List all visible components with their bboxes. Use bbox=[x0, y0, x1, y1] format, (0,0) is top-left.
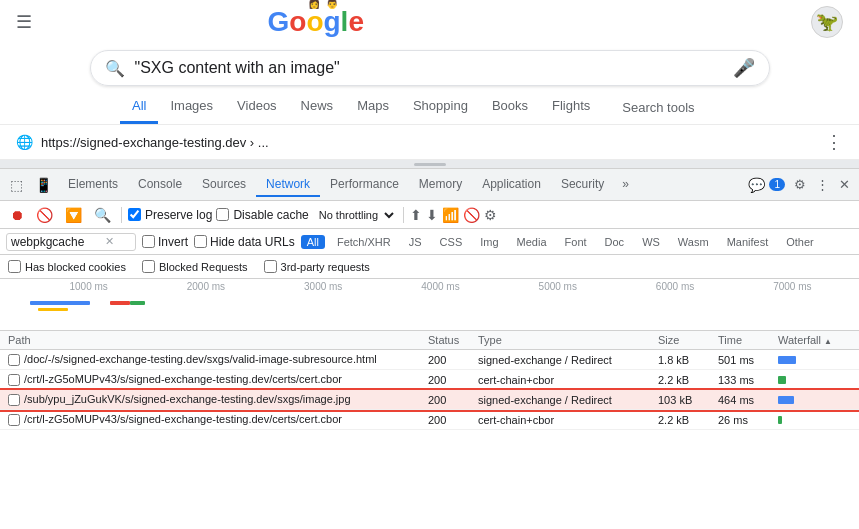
third-party-requests-checkbox[interactable] bbox=[264, 260, 277, 273]
col-header-size[interactable]: Size bbox=[650, 331, 710, 350]
search-result-row: 🌐 https://signed-exchange-testing.dev › … bbox=[0, 125, 859, 160]
devtools-tab-inspect[interactable]: ⬚ bbox=[4, 173, 29, 197]
toolbar-sep2 bbox=[403, 207, 404, 223]
export-icon[interactable]: ⬇ bbox=[426, 207, 438, 223]
tab-maps[interactable]: Maps bbox=[345, 90, 401, 124]
console-badge-wrap: 💬 1 bbox=[748, 177, 785, 193]
timeline-area: 1000 ms 2000 ms 3000 ms 4000 ms 5000 ms … bbox=[0, 279, 859, 331]
block-icon[interactable]: 🚫 bbox=[463, 207, 480, 223]
checkbox-row: Has blocked cookies Blocked Requests 3rd… bbox=[0, 255, 859, 279]
search-bar[interactable]: 🔍 "SXG content with an image" 🎤 bbox=[90, 50, 770, 86]
throttle-select[interactable]: No throttling bbox=[313, 207, 397, 223]
devtools-tab-console[interactable]: Console bbox=[128, 173, 192, 197]
devtools-tab-network[interactable]: Network bbox=[256, 173, 320, 197]
third-party-requests-label[interactable]: 3rd-party requests bbox=[264, 260, 370, 273]
tick-6000: 6000 ms bbox=[616, 281, 733, 292]
hamburger-menu[interactable]: ☰ bbox=[16, 11, 32, 33]
col-header-type[interactable]: Type bbox=[470, 331, 650, 350]
filter-tab-fetch-xhr[interactable]: Fetch/XHR bbox=[331, 235, 397, 249]
devtools-more-icon[interactable]: ⋮ bbox=[811, 174, 834, 195]
filter-tab-wasm[interactable]: Wasm bbox=[672, 235, 715, 249]
console-messages-icon: 💬 bbox=[748, 177, 765, 193]
has-blocked-cookies-label[interactable]: Has blocked cookies bbox=[8, 260, 126, 273]
table-row[interactable]: /doc/-/s/signed-exchange-testing.dev/sxg… bbox=[0, 350, 859, 370]
col-header-path[interactable]: Path bbox=[0, 331, 420, 350]
tab-news[interactable]: News bbox=[289, 90, 346, 124]
filter-tab-css[interactable]: CSS bbox=[434, 235, 469, 249]
drag-handle bbox=[414, 163, 446, 166]
filter-tab-media[interactable]: Media bbox=[511, 235, 553, 249]
preserve-log-label[interactable]: Preserve log bbox=[128, 208, 212, 222]
result-favicon: 🌐 bbox=[16, 134, 33, 150]
hide-data-urls-label[interactable]: Hide data URLs bbox=[194, 235, 295, 249]
table-row[interactable]: /crt/l-zG5oMUPv43/s/signed-exchange-test… bbox=[0, 410, 859, 430]
devtools-tab-mobile[interactable]: 📱 bbox=[29, 173, 58, 197]
profile-avatar[interactable]: 🦖 bbox=[811, 6, 843, 38]
devtools-tab-bar: ⬚ 📱 Elements Console Sources Network Per… bbox=[0, 169, 859, 201]
filter-tab-manifest[interactable]: Manifest bbox=[721, 235, 775, 249]
record-btn[interactable]: ⏺ bbox=[6, 205, 28, 225]
filter-tab-img[interactable]: Img bbox=[474, 235, 504, 249]
devtools-close-icon[interactable]: ✕ bbox=[834, 174, 855, 195]
col-header-time[interactable]: Time bbox=[710, 331, 770, 350]
table-row[interactable]: /sub/ypu_jZuGukVK/s/signed-exchange-test… bbox=[0, 390, 859, 410]
google-doodle: G o 👩 o 👨 g l e bbox=[268, 6, 364, 38]
blocked-requests-label[interactable]: Blocked Requests bbox=[142, 260, 248, 273]
devtools-tab-elements[interactable]: Elements bbox=[58, 173, 128, 197]
has-blocked-cookies-checkbox[interactable] bbox=[8, 260, 21, 273]
clear-btn[interactable]: 🚫 bbox=[32, 205, 57, 225]
col-header-waterfall[interactable]: Waterfall ▲ bbox=[770, 331, 859, 350]
devtools-settings-icon[interactable]: ⚙ bbox=[789, 174, 811, 195]
table-row[interactable]: /crt/l-zG5oMUPv43/s/signed-exchange-test… bbox=[0, 370, 859, 390]
devtools-tab-memory[interactable]: Memory bbox=[409, 173, 472, 197]
filter-clear-icon[interactable]: ✕ bbox=[105, 235, 114, 248]
search-icon: 🔍 bbox=[105, 59, 125, 78]
filter-input[interactable] bbox=[11, 235, 101, 249]
tick-1000: 1000 ms bbox=[30, 281, 147, 292]
filter-tab-font[interactable]: Font bbox=[559, 235, 593, 249]
tab-videos[interactable]: Videos bbox=[225, 90, 289, 124]
toolbar-sep1 bbox=[121, 207, 122, 223]
devtools-tab-performance[interactable]: Performance bbox=[320, 173, 409, 197]
tab-images[interactable]: Images bbox=[158, 90, 225, 124]
devtools-tab-sources[interactable]: Sources bbox=[192, 173, 256, 197]
filter-tab-ws[interactable]: WS bbox=[636, 235, 666, 249]
devtools-tab-more[interactable]: » bbox=[614, 173, 637, 197]
devtools-tab-security[interactable]: Security bbox=[551, 173, 614, 197]
timeline-bars bbox=[30, 297, 851, 327]
tab-shopping[interactable]: Shopping bbox=[401, 90, 480, 124]
invert-checkbox[interactable] bbox=[142, 235, 155, 248]
devtools-divider[interactable] bbox=[0, 160, 859, 168]
timeline-ruler: 1000 ms 2000 ms 3000 ms 4000 ms 5000 ms … bbox=[30, 281, 851, 292]
devtools-panel: ⬚ 📱 Elements Console Sources Network Per… bbox=[0, 168, 859, 430]
network-table: Path Status Type Size Time Wat bbox=[0, 331, 859, 430]
search-tools-btn[interactable]: Search tools bbox=[610, 92, 706, 123]
result-more-icon[interactable]: ⋮ bbox=[825, 131, 843, 153]
filter-tab-all[interactable]: All bbox=[301, 235, 325, 249]
invert-label[interactable]: Invert bbox=[142, 235, 188, 249]
tab-all[interactable]: All bbox=[120, 90, 158, 124]
tick-5000: 5000 ms bbox=[499, 281, 616, 292]
settings-icon[interactable]: ⚙ bbox=[484, 207, 497, 223]
filter-bar: ✕ Invert Hide data URLs All Fetch/XHR JS… bbox=[0, 229, 859, 255]
network-toolbar: ⏺ 🚫 🔽 🔍 Preserve log Disable cache No th… bbox=[0, 201, 859, 229]
mic-icon[interactable]: 🎤 bbox=[733, 57, 755, 79]
console-badge: 1 bbox=[769, 178, 785, 191]
import-icon[interactable]: ⬆ bbox=[410, 207, 422, 223]
tab-flights[interactable]: Flights bbox=[540, 90, 602, 124]
tab-books[interactable]: Books bbox=[480, 90, 540, 124]
filter-input-wrap[interactable]: ✕ bbox=[6, 233, 136, 251]
blocked-requests-checkbox[interactable] bbox=[142, 260, 155, 273]
col-header-status[interactable]: Status bbox=[420, 331, 470, 350]
tick-7000: 7000 ms bbox=[734, 281, 851, 292]
preserve-log-checkbox[interactable] bbox=[128, 208, 141, 221]
filter-tab-other[interactable]: Other bbox=[780, 235, 820, 249]
filter-btn[interactable]: 🔽 bbox=[61, 205, 86, 225]
devtools-tab-application[interactable]: Application bbox=[472, 173, 551, 197]
disable-cache-label[interactable]: Disable cache bbox=[216, 208, 308, 222]
filter-tab-js[interactable]: JS bbox=[403, 235, 428, 249]
search-network-btn[interactable]: 🔍 bbox=[90, 205, 115, 225]
hide-data-urls-checkbox[interactable] bbox=[194, 235, 207, 248]
filter-tab-doc[interactable]: Doc bbox=[599, 235, 631, 249]
disable-cache-checkbox[interactable] bbox=[216, 208, 229, 221]
